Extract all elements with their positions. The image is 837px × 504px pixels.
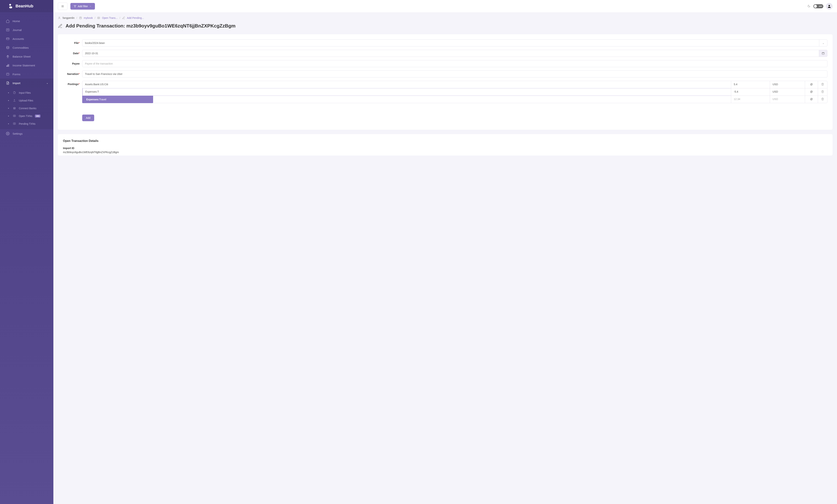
import-submenu: Input Files Upload Files Connect Banks O… — [0, 88, 53, 129]
svg-point-5 — [6, 46, 9, 47]
nav: Home Journal Accounts Commodities Balanc… — [0, 17, 53, 138]
subnav-label: Open TXNs — [19, 115, 32, 117]
list-icon — [97, 16, 100, 19]
posting-price-button[interactable]: @ — [805, 88, 818, 96]
date-input[interactable] — [82, 50, 819, 57]
nav-accounts[interactable]: Accounts — [0, 34, 53, 43]
nav-commodities[interactable]: Commodities — [0, 43, 53, 52]
user-avatar[interactable] — [826, 3, 833, 10]
subnav-connect-banks[interactable]: Connect Banks — [0, 105, 53, 112]
posting-row-empty: 12.34 USD @ — [82, 96, 827, 103]
subnav-pending-txns[interactable]: Pending TXNs — [0, 120, 53, 128]
payee-row: Payee — [63, 60, 827, 67]
posting-price-button[interactable]: @ — [805, 96, 818, 103]
trash-icon — [821, 90, 824, 93]
posting-account-input[interactable] — [82, 96, 731, 103]
chevron-down-icon: ⌄ — [46, 82, 48, 84]
posting-amount-input[interactable]: 5.4 — [731, 81, 770, 88]
menu-toggle-button[interactable] — [58, 3, 67, 10]
add-posting-button[interactable]: Add — [82, 115, 94, 121]
gear-icon — [6, 132, 10, 135]
posting-currency-input[interactable]: USD — [770, 81, 805, 88]
posting-delete-button[interactable] — [818, 88, 827, 96]
nav-settings[interactable]: Settings — [0, 129, 53, 138]
nav-label: Commodities — [13, 46, 29, 49]
autocomplete-item[interactable]: Expenses:Travel — [82, 96, 153, 103]
subnav-upload-files[interactable]: Upload Files — [0, 97, 53, 105]
commodities-icon — [6, 46, 10, 50]
page-title-row: Add Pending Transaction: mz3b9oyv9guBo1W… — [58, 23, 833, 29]
svg-point-19 — [829, 5, 830, 6]
toggle-label: OFF — [819, 5, 822, 7]
user-icon — [827, 4, 831, 8]
sidebar: BeanHub Home Journal Accounts Commoditie… — [0, 0, 53, 504]
subnav-label: Input Files — [19, 91, 31, 94]
posting-delete-button[interactable] — [818, 81, 827, 88]
file-value: books/2024.bean — [82, 40, 819, 46]
posting-account-input[interactable]: Expenses:T — [82, 88, 731, 96]
details-card: Open Transaction Details Import ID mz3b9… — [58, 134, 833, 155]
nav-home[interactable]: Home — [0, 17, 53, 25]
date-picker-button[interactable] — [819, 50, 827, 57]
posting-currency-input[interactable]: USD — [770, 96, 805, 103]
page-title: Add Pending Transaction: mz3b9oyv9guBo1W… — [66, 23, 235, 29]
breadcrumb-user[interactable]: fangpenlin — [63, 16, 75, 19]
subnav-label: Connect Banks — [19, 107, 36, 110]
svg-rect-27 — [822, 52, 824, 54]
autocomplete-rest: Travel — [99, 98, 106, 101]
subnav-input-files[interactable]: Input Files — [0, 89, 53, 97]
file-select[interactable]: books/2024.bean ⌄ — [82, 39, 827, 46]
user-icon — [58, 16, 61, 19]
payee-input[interactable] — [82, 60, 827, 67]
pending-icon — [13, 122, 16, 126]
breadcrumb-current: Add Pending... — [127, 16, 144, 19]
posting-amount-input[interactable]: 12.34 — [731, 96, 770, 103]
nav-label: Import — [13, 81, 20, 85]
svg-rect-24 — [97, 17, 100, 19]
breadcrumb-book[interactable]: mybook — [84, 16, 93, 19]
payee-label: Payee — [63, 62, 79, 65]
balance-icon — [6, 55, 10, 58]
import-id-value: mz3b9oyv9guBo1WE6zqNT6jjBnZXPKcgZzBgm — [63, 151, 827, 154]
nav-label: Income Statement — [13, 64, 35, 67]
svg-marker-18 — [74, 5, 76, 7]
breadcrumb-sep: / — [120, 16, 120, 19]
posting-currency-input[interactable]: USD — [770, 88, 805, 96]
nav-balance-sheet[interactable]: Balance Sheet — [0, 52, 53, 61]
breadcrumb-open-trans[interactable]: Open Trans... — [102, 16, 118, 19]
bank-icon — [13, 107, 16, 110]
account-autocomplete: Expenses:Travel — [82, 96, 153, 103]
svg-rect-0 — [6, 29, 9, 31]
main: Add filter OFF fangpenlin / mybook / — [53, 0, 837, 504]
nav-label: Forms — [13, 73, 20, 76]
logo[interactable]: BeanHub — [0, 0, 53, 12]
svg-rect-12 — [13, 123, 16, 124]
open-txns-badge: 181 — [35, 115, 40, 117]
subnav-label: Upload Files — [19, 99, 33, 102]
nav-journal[interactable]: Journal — [0, 25, 53, 34]
edit-icon — [58, 24, 63, 29]
nav-forms[interactable]: Forms — [0, 70, 53, 79]
narration-input[interactable] — [82, 71, 827, 77]
posting-account-input[interactable]: Assets:Bank:US:Citi — [82, 81, 731, 88]
posting-amount-input[interactable]: -5.4 — [731, 88, 770, 96]
posting-price-button[interactable]: @ — [805, 81, 818, 88]
postings-label: Postings* — [63, 81, 79, 86]
nav-import[interactable]: Import ⌄ — [0, 79, 53, 88]
svg-rect-3 — [6, 38, 9, 40]
filter-icon — [74, 5, 76, 7]
edit-icon — [122, 16, 125, 19]
posting-row: Assets:Bank:US:Citi 5.4 USD @ — [82, 81, 827, 88]
dark-mode-toggle[interactable]: OFF — [813, 4, 823, 8]
income-icon — [6, 63, 10, 67]
file-row: File* books/2024.bean ⌄ — [63, 39, 827, 46]
posting-delete-button[interactable] — [818, 96, 827, 103]
nav-label: Balance Sheet — [13, 55, 31, 58]
autocomplete-match: Expenses: — [86, 98, 99, 101]
nav-income-statement[interactable]: Income Statement — [0, 61, 53, 70]
add-filter-button[interactable]: Add filter — [70, 3, 95, 10]
subnav-open-txns[interactable]: Open TXNs 181 — [0, 112, 53, 120]
upload-icon — [13, 99, 16, 102]
postings-table: Assets:Bank:US:Citi 5.4 USD @ Expenses:T… — [82, 81, 827, 103]
chevron-down-icon — [89, 5, 92, 7]
